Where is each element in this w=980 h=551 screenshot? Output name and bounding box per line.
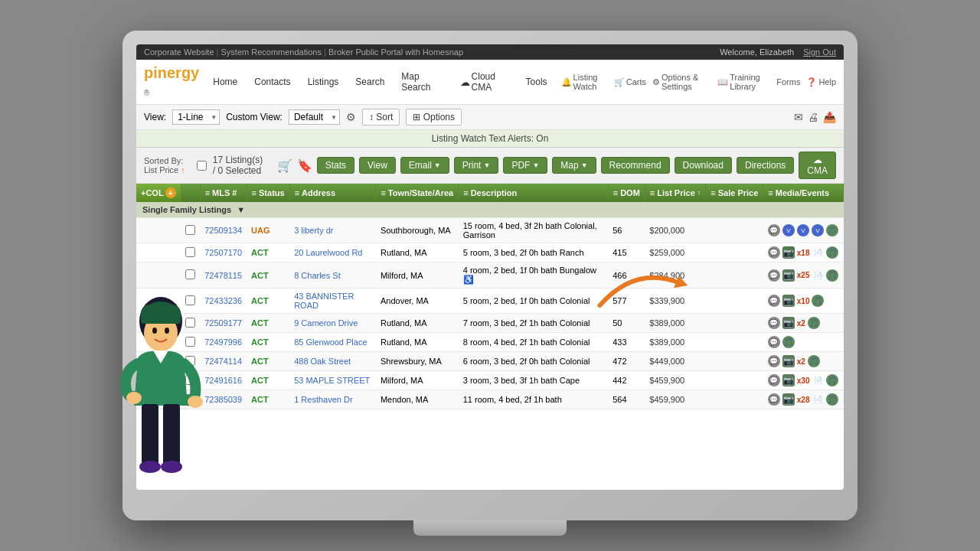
row-checkbox-cell[interactable]	[181, 289, 200, 314]
stats-button[interactable]: Stats	[317, 157, 354, 174]
camera-icon[interactable]: 📷	[782, 246, 795, 259]
audio-icon[interactable]: 🎵	[826, 374, 838, 386]
row-checkbox-cell[interactable]	[181, 262, 200, 289]
nav-map-search[interactable]: Map Search	[398, 70, 446, 94]
audio-icon[interactable]: 🎵	[782, 336, 795, 348]
row-address[interactable]: 20 Laurelwood Rd	[289, 243, 376, 262]
select-all-checkbox[interactable]	[197, 161, 207, 171]
directions-button[interactable]: Directions	[737, 157, 794, 174]
mls-link[interactable]: 72509134	[204, 226, 242, 235]
row-address[interactable]: 85 Glenwood Place	[289, 333, 376, 352]
nav-forms[interactable]: Forms	[776, 77, 800, 86]
chat-icon[interactable]: 💬	[768, 295, 780, 307]
th-address[interactable]: ≡ Address	[289, 184, 376, 202]
print-icon-button[interactable]: 🖨	[808, 111, 818, 123]
row-mls[interactable]: 72509177	[200, 314, 247, 333]
nav-tools[interactable]: Tools	[523, 75, 550, 89]
custom-view-select[interactable]: Default	[289, 109, 340, 125]
nav-help[interactable]: ❓ Help	[806, 77, 836, 87]
th-list-price[interactable]: ≡ List Price ↑	[645, 184, 705, 202]
doc-icon[interactable]: 📄	[812, 374, 824, 386]
row-mls[interactable]: 72509134	[200, 218, 247, 243]
row-checkbox-cell[interactable]	[181, 314, 200, 333]
row-mls[interactable]: 72433236	[200, 289, 247, 314]
th-media[interactable]: ≡ Media/Events	[763, 184, 844, 202]
nav-home[interactable]: Home	[210, 75, 240, 89]
sign-out-link[interactable]: Sign Out	[803, 47, 836, 57]
chat-icon[interactable]: 💬	[768, 393, 780, 406]
row-mls[interactable]: 72385039	[200, 390, 247, 409]
email-icon-button[interactable]: ✉	[794, 111, 803, 123]
audio-icon[interactable]: 🎵	[826, 393, 838, 406]
row-mls[interactable]: 72507170	[200, 243, 247, 262]
row-mls[interactable]: 72474114	[200, 352, 247, 371]
video-icon-1[interactable]: V	[782, 224, 795, 236]
camera-icon[interactable]: 📷	[782, 269, 795, 282]
bookmark-button[interactable]: 🔖	[297, 158, 312, 173]
row-checkbox[interactable]	[185, 375, 195, 385]
audio-icon[interactable]: 🎵	[826, 269, 838, 282]
audio-icon[interactable]: 🎵	[826, 246, 838, 259]
row-address[interactable]: 1 Resthaven Dr	[289, 390, 376, 409]
nav-cloud-cma[interactable]: ☁ Cloud CMA	[457, 70, 512, 94]
th-col[interactable]: +COL +	[136, 184, 181, 202]
nav-listings[interactable]: Listings	[305, 75, 342, 89]
row-checkbox-cell[interactable]	[181, 390, 200, 409]
section-expand-icon[interactable]: ▼	[237, 205, 245, 214]
doc-icon[interactable]: 📄	[812, 246, 824, 259]
export-icon-button[interactable]: 📤	[823, 111, 836, 123]
audio-icon[interactable]: 🎵	[826, 224, 838, 236]
cma-button[interactable]: ☁ CMA	[799, 152, 836, 179]
view-select-wrap[interactable]: 1-Line	[172, 109, 220, 125]
doc-icon[interactable]: 📄	[812, 269, 824, 282]
nav-search[interactable]: Search	[352, 75, 387, 89]
camera-icon[interactable]: 📷	[782, 295, 795, 307]
custom-view-select-wrap[interactable]: Default	[289, 109, 340, 125]
row-checkbox-cell[interactable]	[181, 243, 200, 262]
row-checkbox[interactable]	[185, 247, 195, 257]
row-checkbox[interactable]	[185, 394, 195, 404]
print-button[interactable]: Print ▼	[454, 157, 499, 174]
row-checkbox[interactable]	[185, 356, 195, 366]
nav-carts[interactable]: 🛒 Carts	[614, 77, 646, 87]
th-status[interactable]: ≡ Status	[247, 184, 289, 202]
recommend-button[interactable]: Recommend	[601, 157, 670, 174]
chat-icon[interactable]: 💬	[768, 269, 780, 282]
cart-button[interactable]: 🛒	[277, 158, 292, 173]
row-checkbox-cell[interactable]	[181, 371, 200, 390]
chat-icon[interactable]: 💬	[768, 336, 780, 348]
th-mls[interactable]: ≡ MLS #	[200, 184, 247, 202]
th-sale-price[interactable]: ≡ Sale Price	[706, 184, 763, 202]
th-description[interactable]: ≡ Description	[459, 184, 609, 202]
chat-icon[interactable]: 💬	[768, 246, 780, 259]
row-checkbox[interactable]	[185, 318, 195, 328]
video-icon-3[interactable]: V	[812, 224, 824, 236]
row-mls[interactable]: 72478115	[200, 262, 247, 289]
video-icon-2[interactable]: V	[797, 224, 809, 236]
row-mls[interactable]: 72491616	[200, 371, 247, 390]
chat-icon[interactable]: 💬	[768, 374, 780, 386]
row-address[interactable]: 3 liberty dr	[289, 218, 376, 243]
nav-contacts[interactable]: Contacts	[251, 75, 293, 89]
doc-icon[interactable]: 📄	[812, 393, 824, 406]
camera-icon[interactable]: 📷	[782, 355, 795, 367]
row-mls[interactable]: 72497996	[200, 333, 247, 352]
row-address[interactable]: 43 BANNISTER ROAD	[289, 289, 376, 314]
row-checkbox[interactable]	[185, 225, 195, 235]
camera-icon[interactable]: 📷	[782, 317, 795, 329]
email-button[interactable]: Email ▼	[400, 157, 449, 174]
row-address[interactable]: 53 MAPLE STREET	[289, 371, 376, 390]
download-button[interactable]: Download	[675, 157, 732, 174]
nav-training[interactable]: 📖 Training Library	[717, 73, 770, 91]
chat-icon[interactable]: 💬	[768, 355, 780, 367]
camera-icon[interactable]: 📷	[782, 374, 795, 386]
row-checkbox-cell[interactable]	[181, 218, 200, 243]
chat-icon[interactable]: 💬	[768, 317, 780, 329]
map-button[interactable]: Map ▼	[552, 157, 596, 174]
audio-icon[interactable]: 🎵	[812, 295, 824, 307]
th-dom[interactable]: ≡ DOM	[608, 184, 645, 202]
view-select[interactable]: 1-Line	[172, 109, 220, 125]
camera-icon[interactable]: 📷	[782, 393, 795, 406]
audio-icon[interactable]: 🎵	[808, 317, 820, 329]
audio-icon[interactable]: 🎵	[808, 355, 820, 367]
